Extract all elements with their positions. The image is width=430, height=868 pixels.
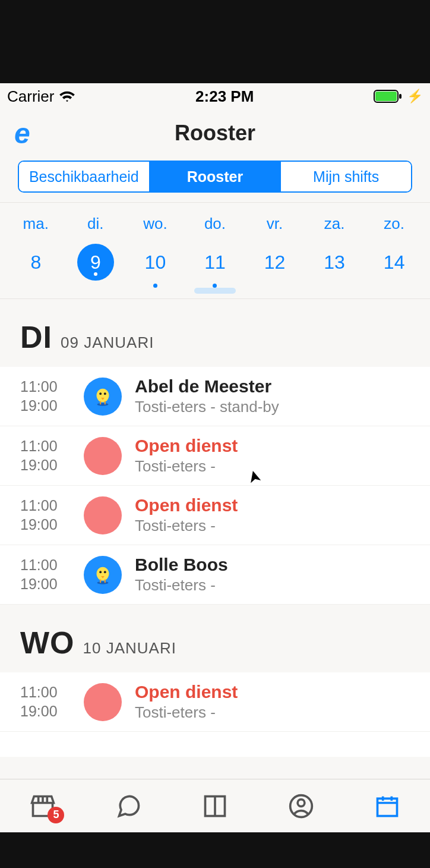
svg-point-3 [97,388,109,402]
battery-icon [374,90,403,103]
shift-row[interactable]: 11:0019:00Open dienstTosti-eters - [0,672,430,732]
segment-schedule[interactable]: Rooster [150,162,282,191]
day-number[interactable]: 13 [316,244,353,281]
avatar-chick-icon [84,556,122,594]
status-bar: Carrier 2:23 PM ⚡ [0,83,430,109]
shift-text: Open dienstTosti-eters - [135,682,238,722]
drag-handle[interactable] [194,288,236,294]
day-col-8[interactable]: ma.8 [9,215,62,281]
svg-point-4 [99,392,102,395]
svg-point-9 [97,567,109,580]
day-date: 09 JANUARI [61,334,154,352]
svg-point-10 [99,571,102,573]
avatar-open-icon [84,437,122,475]
shift-row[interactable]: 11:0019:00Open dienstTosti-eters - [0,426,430,486]
day-number[interactable]: 10 [137,244,173,281]
shift-title: Bolle Boos [135,555,228,575]
day-abbrev: DI [20,319,52,355]
svg-point-11 [104,571,106,573]
day-col-9[interactable]: di.9 [69,215,122,281]
avatar-open-icon [84,496,122,534]
svg-point-6 [97,402,109,405]
shift-subtitle: Tosti-eters - [135,457,238,476]
day-label: di. [87,215,103,233]
segmented-control: Beschikbaarheid Rooster Mijn shifts [18,161,412,193]
day-label: do. [204,215,226,233]
shift-title: Abel de Meester [135,376,279,397]
shift-times: 11:0019:00 [20,378,71,415]
app-logo-icon[interactable]: e [14,117,30,150]
day-section-header: DI09 JANUARI [0,299,430,367]
shift-title: Open dienst [135,495,238,515]
day-date: 10 JANUARI [83,639,176,658]
day-col-11[interactable]: do.11 [188,215,242,281]
shift-title: Open dienst [135,436,238,456]
wifi-icon [59,90,75,103]
event-dot-icon [94,272,97,276]
shift-row[interactable]: 11:0019:00Open dienstTosti-eters - [0,486,430,545]
day-col-13[interactable]: za.13 [308,215,361,281]
tab-shop-badge: 5 [48,807,64,823]
day-label: wo. [143,215,167,233]
shift-times: 11:0019:00 [20,437,71,474]
tab-profile[interactable] [283,791,319,821]
day-number[interactable]: 14 [376,244,413,281]
shift-text: Open dienstTosti-eters - [135,495,238,535]
page-title: Rooster [175,121,255,146]
svg-rect-1 [375,92,397,101]
segment-availability[interactable]: Beschikbaarheid [19,162,150,191]
shift-text: Abel de MeesterTosti-eters - stand-by [135,376,279,416]
avatar-open-icon [84,683,122,721]
day-col-14[interactable]: zo.14 [368,215,421,281]
shift-row[interactable]: 11:0019:00Bolle BoosTosti-eters - [0,545,430,605]
day-col-12[interactable]: vr.12 [248,215,302,281]
svg-point-12 [97,581,109,584]
day-label: za. [324,215,345,233]
app-screen: Carrier 2:23 PM ⚡ e Rooster Beschikbaarh… [0,83,430,832]
event-dot-icon [213,284,217,288]
shift-times: 11:0019:00 [20,556,71,593]
day-number[interactable]: 11 [197,244,233,281]
day-col-10[interactable]: wo.10 [128,215,182,281]
event-dot-icon [153,284,157,288]
charging-icon: ⚡ [407,89,423,104]
tab-calendar[interactable] [369,791,405,821]
segmented-control-wrap: Beschikbaarheid Rooster Mijn shifts [0,157,430,203]
day-abbrev: WO [20,625,75,661]
svg-point-5 [104,392,106,395]
shift-times: 11:0019:00 [20,496,71,534]
week-strip[interactable]: ma.8di.9wo.10do.11vr.12za.13zo.14 [0,203,430,299]
avatar-chick-icon [84,378,122,416]
day-number[interactable]: 9 [77,244,114,281]
segment-my-shifts[interactable]: Mijn shifts [281,162,411,191]
tab-shop[interactable]: 5 [25,791,61,821]
app-header: e Rooster [0,109,430,157]
svg-point-18 [298,799,305,806]
shift-title: Open dienst [135,682,238,702]
day-label: zo. [384,215,404,233]
shift-subtitle: Tosti-eters - [135,703,238,722]
tab-bar: 5 [0,779,430,832]
shift-text: Bolle BoosTosti-eters - [135,555,228,595]
tab-chat[interactable] [111,791,147,821]
day-label: vr. [267,215,283,233]
shift-subtitle: Tosti-eters - [135,517,238,535]
shift-list[interactable]: DI09 JANUARI11:0019:00Abel de MeesterTos… [0,299,430,757]
shift-row[interactable]: 11:0019:00Abel de MeesterTosti-eters - s… [0,367,430,426]
tab-columns[interactable] [197,791,233,821]
shift-text: Open dienstTosti-eters - [135,436,238,476]
day-section-header: WO10 JANUARI [0,605,430,672]
carrier-label: Carrier [7,87,54,106]
status-time: 2:23 PM [195,87,254,106]
shift-times: 11:0019:00 [20,683,71,721]
day-label: ma. [23,215,49,233]
svg-rect-19 [377,798,397,816]
svg-rect-2 [399,94,401,99]
day-number[interactable]: 8 [17,244,54,281]
shift-subtitle: Tosti-eters - stand-by [135,398,279,416]
shift-subtitle: Tosti-eters - [135,576,228,595]
day-number[interactable]: 12 [257,244,293,281]
